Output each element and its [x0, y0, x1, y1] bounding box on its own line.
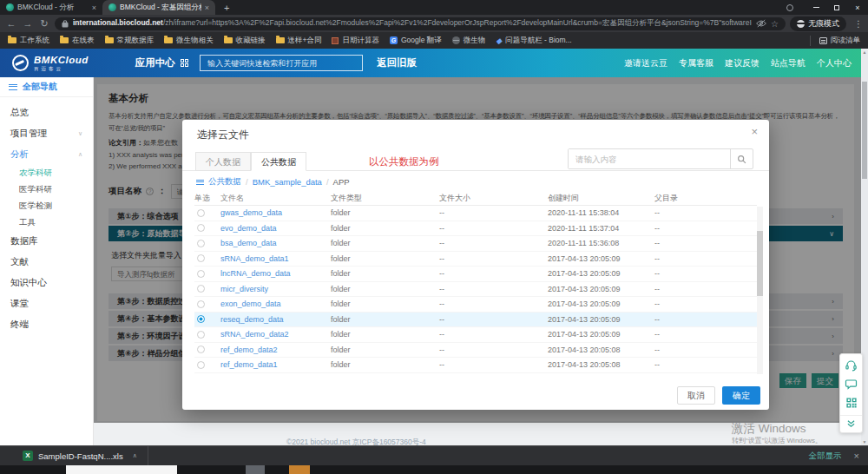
- reading-list-button[interactable]: 阅读清单: [810, 36, 860, 46]
- bmkcloud-logo-icon[interactable]: [12, 55, 29, 71]
- file-name-link[interactable]: micr_diversity: [220, 285, 331, 293]
- scrollbar-thumb[interactable]: [862, 82, 867, 179]
- bmkcloud-logo[interactable]: BMKCloud 百迈客云: [34, 55, 89, 72]
- bookmark-folder[interactable]: 收藏链接: [224, 36, 266, 46]
- table-row[interactable]: lncRNA_demo_data folder -- 2017-04-13 20…: [194, 267, 757, 282]
- radio-button[interactable]: [197, 270, 205, 278]
- nav-feedback-link[interactable]: 建议反馈: [725, 57, 760, 69]
- file-name-link[interactable]: gwas_demo_data: [220, 208, 331, 217]
- table-row[interactable]: ref_demo_data1 folder -- 2017-04-13 20:0…: [194, 358, 757, 373]
- sidebar-item-database[interactable]: 数据库: [0, 231, 93, 252]
- taskbar-window-orange[interactable]: [289, 465, 310, 474]
- taskbar-window-white[interactable]: [66, 465, 177, 474]
- scroll-down-icon[interactable]: ▼: [861, 439, 868, 444]
- chevron-up-icon[interactable]: ∧: [133, 452, 137, 459]
- bookmark-folder[interactable]: 微生物相关: [164, 36, 214, 46]
- tab-close-icon[interactable]: ×: [205, 3, 209, 12]
- file-name-link[interactable]: sRNA_demo_data2: [220, 330, 331, 339]
- app-center-button[interactable]: 应用中心: [135, 56, 189, 69]
- tracking-protection-eye-icon[interactable]: [756, 19, 766, 28]
- back-icon[interactable]: ←: [5, 18, 17, 29]
- radio-button[interactable]: [197, 361, 205, 369]
- window-minimize-button[interactable]: [806, 0, 826, 15]
- radio-button[interactable]: [197, 331, 205, 339]
- sidebar-subitem-tools[interactable]: 工具: [0, 214, 93, 231]
- sidebar-all-nav[interactable]: 全部导航: [0, 77, 93, 97]
- bookmark-link[interactable]: 微生物: [452, 36, 486, 46]
- shelf-close-icon[interactable]: ×: [854, 451, 859, 461]
- reload-icon[interactable]: ↻: [38, 18, 50, 30]
- radio-button[interactable]: [197, 346, 205, 353]
- bookmark-link[interactable]: 日期计算器: [332, 36, 379, 46]
- radio-button[interactable]: [197, 240, 205, 247]
- collapse-double-chevron-icon[interactable]: [840, 415, 862, 429]
- browser-tab-active[interactable]: BMKCloud - 宏基因组分析平台 ×: [102, 0, 215, 15]
- table-row[interactable]: sRNA_demo_data1 folder -- 2017-04-13 20:…: [194, 252, 757, 267]
- radio-button-checked[interactable]: [197, 315, 205, 323]
- radio-button[interactable]: [197, 254, 205, 262]
- downloaded-file-item[interactable]: X SampleID-FastqN....xls ∧: [23, 451, 137, 461]
- bookmark-folder[interactable]: 常规数据库: [105, 36, 155, 46]
- forward-icon[interactable]: →: [22, 18, 34, 29]
- window-close-button[interactable]: ×: [847, 0, 868, 15]
- nav-invite-link[interactable]: 邀请送云豆: [624, 57, 667, 69]
- modal-close-icon[interactable]: ×: [751, 125, 758, 138]
- file-name-link[interactable]: bsa_demo_data: [220, 239, 331, 247]
- window-maximize-button[interactable]: [826, 0, 847, 15]
- search-icon[interactable]: [730, 149, 753, 168]
- file-name-link[interactable]: sRNA_demo_data1: [220, 254, 331, 263]
- radio-button[interactable]: [197, 285, 205, 293]
- table-row[interactable]: evo_demo_data folder -- 2020-11-11 15:37…: [194, 221, 757, 237]
- browser-tab[interactable]: BMKCloud - 分析 ×: [0, 0, 102, 15]
- taskbar-window-gray[interactable]: [246, 465, 265, 474]
- sidebar-item-knowledge-center[interactable]: 知识中心: [0, 273, 93, 293]
- nav-personal-center-link[interactable]: 个人中心: [817, 57, 852, 69]
- header-search-input[interactable]: [200, 55, 363, 71]
- sidebar-item-project-management[interactable]: 项目管理∨: [0, 123, 93, 144]
- back-to-old-version-link[interactable]: 返回旧版: [377, 56, 417, 69]
- table-row[interactable]: exon_demo_data folder -- 2017-04-13 20:0…: [194, 297, 757, 313]
- table-row[interactable]: micr_diversity folder -- 2017-04-13 20:0…: [194, 282, 757, 298]
- bookmark-folder[interactable]: 工作系统: [8, 36, 49, 46]
- tab-personal-data[interactable]: 个人数据: [195, 152, 251, 171]
- confirm-button[interactable]: 确定: [722, 386, 760, 405]
- file-name-link[interactable]: ref_demo_data1: [220, 360, 331, 369]
- file-name-link[interactable]: reseq_demo_data: [220, 315, 331, 324]
- modal-search-input[interactable]: [569, 149, 730, 168]
- qr-code-icon[interactable]: [845, 397, 858, 412]
- chat-bubble-icon[interactable]: [845, 378, 858, 394]
- sidebar-subitem-medical-research[interactable]: 医学科研: [0, 181, 93, 198]
- scrollbar-thumb[interactable]: [757, 231, 763, 296]
- sidebar-item-classroom[interactable]: 课堂: [0, 293, 93, 314]
- browser-menu-icon[interactable]: ⋮: [854, 19, 863, 29]
- profile-circle-icon[interactable]: [786, 4, 793, 11]
- table-row[interactable]: bsa_demo_data folder -- 2020-11-11 15:36…: [194, 236, 757, 252]
- bookmark-star-icon[interactable]: ☆: [771, 19, 779, 29]
- file-name-link[interactable]: exon_demo_data: [220, 300, 331, 308]
- tab-close-icon[interactable]: ×: [92, 3, 96, 12]
- radio-button[interactable]: [197, 224, 205, 232]
- file-name-link[interactable]: evo_demo_data: [220, 224, 331, 233]
- radio-button[interactable]: [197, 209, 205, 217]
- file-name-link[interactable]: lncRNA_demo_data: [220, 269, 331, 278]
- table-row[interactable]: sRNA_demo_data2 folder -- 2017-04-13 20:…: [194, 327, 757, 343]
- new-tab-button[interactable]: +: [224, 3, 229, 13]
- sidebar-item-literature[interactable]: 文献: [0, 252, 93, 273]
- customer-service-headset-icon[interactable]: [845, 359, 858, 375]
- table-row[interactable]: gwas_demo_data folder -- 2020-11-11 15:3…: [194, 206, 757, 221]
- bookmark-folder[interactable]: 在线表: [60, 36, 95, 46]
- bookmark-link[interactable]: GGoogle 翻译: [390, 36, 442, 46]
- bookmark-link[interactable]: ◆问题导航栏 - Biom...: [496, 36, 571, 46]
- sidebar-subitem-medical-testing[interactable]: 医学检测: [0, 198, 93, 214]
- sidebar-item-terminal[interactable]: 终端: [0, 314, 93, 335]
- address-bar[interactable]: international.biocloud.net/zh/iframe?url…: [55, 17, 786, 30]
- show-all-downloads-button[interactable]: 全部显示: [809, 451, 842, 462]
- nav-customer-service-link[interactable]: 专属客服: [679, 57, 713, 69]
- nav-site-map-link[interactable]: 站点导航: [771, 57, 806, 69]
- table-row-selected[interactable]: reseq_demo_data folder -- 2017-04-13 20:…: [194, 313, 757, 328]
- breadcrumb-public-data[interactable]: 公共数据: [208, 176, 241, 188]
- cancel-button[interactable]: 取消: [677, 386, 715, 405]
- table-scrollbar[interactable]: [757, 207, 763, 374]
- radio-button[interactable]: [197, 300, 205, 308]
- tab-public-data[interactable]: 公共数据: [251, 152, 306, 171]
